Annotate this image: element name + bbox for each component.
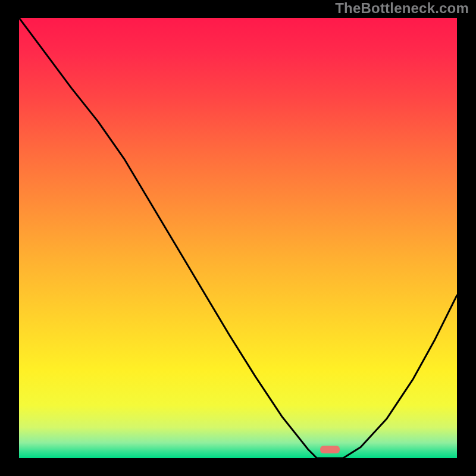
bottleneck-chart — [0, 0, 476, 476]
sweet-spot-marker — [320, 446, 340, 453]
chart-frame: TheBottleneck.com — [0, 0, 476, 476]
plot-background — [19, 18, 457, 458]
